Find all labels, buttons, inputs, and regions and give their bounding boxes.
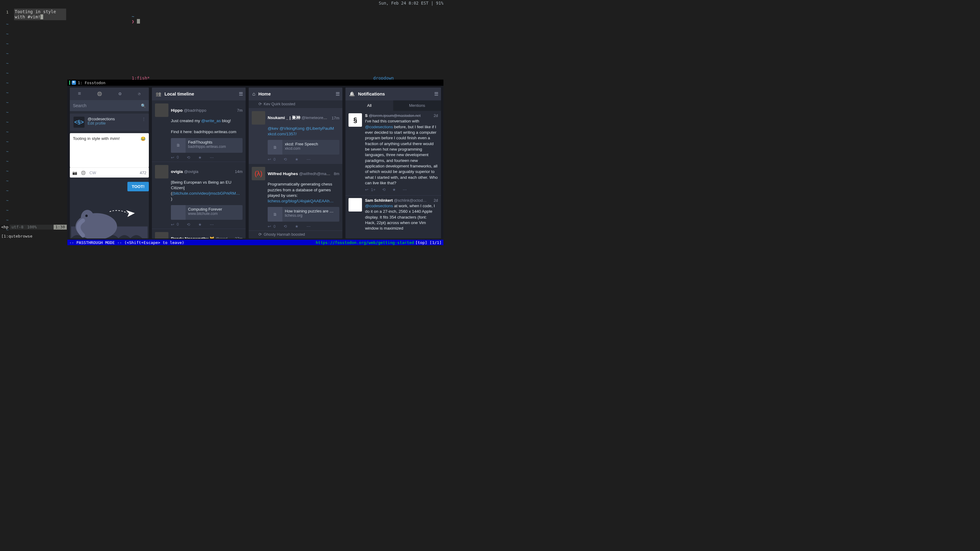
profile-menu-icon[interactable]: ⋮	[142, 117, 146, 121]
reply-count: 0	[274, 157, 275, 162]
search-icon[interactable]: 🔍	[141, 103, 146, 108]
avatar[interactable]	[348, 198, 362, 211]
favorite-icon[interactable]	[198, 155, 202, 160]
vim-buffer-text[interactable]: Tooting in style with #vim!	[14, 9, 66, 20]
vim-tilde-column: ~~~~~~~~~~~~~~~~~~~~~~	[6, 19, 9, 235]
link-card[interactable]: Computing Forever www.bitchute.com	[171, 205, 243, 220]
link-card[interactable]: How training puzzles are … lichess.org	[268, 207, 339, 222]
notification[interactable]: Sam Schlinkert @schlink@octod…2d @codese…	[345, 195, 441, 234]
card-title: FediThoughts	[188, 140, 226, 144]
browser-tab-bar[interactable]: 1: Fosstodon	[67, 79, 444, 86]
toot-content: [Being European vs Being an EU Citizen] …	[155, 178, 243, 203]
toot[interactable]: Nsukami _ | 巣神 @lemeteore@… 17m @kev @Vi…	[249, 108, 342, 164]
search-input[interactable]	[73, 103, 141, 108]
boost-icon[interactable]	[283, 224, 287, 229]
boost-icon[interactable]	[283, 157, 287, 162]
tab-mentions[interactable]: Mentions	[393, 100, 441, 111]
post-age: 17m	[332, 116, 339, 120]
retweet-icon	[258, 232, 262, 237]
search-bar[interactable]: 🔍	[70, 100, 149, 111]
column-settings-icon[interactable]	[434, 91, 438, 97]
column-settings-icon[interactable]	[239, 91, 242, 97]
card-url: www.bitchute.com	[188, 211, 222, 216]
attach-media-icon[interactable]	[72, 170, 77, 175]
federated-icon[interactable]	[97, 92, 102, 96]
boost-icon[interactable]	[187, 155, 190, 160]
handle[interactable]: @lemeteore@…	[301, 115, 329, 120]
more-icon[interactable]	[210, 222, 214, 227]
logout-icon[interactable]	[138, 92, 140, 96]
handle[interactable]: @wilfredh@mast…	[299, 171, 331, 176]
favorite-icon[interactable]	[295, 157, 299, 162]
handle[interactable]: @schlink@octod…	[394, 198, 426, 203]
browser-tab-title[interactable]: 1: Fosstodon	[78, 81, 105, 85]
mastodon-mascot	[70, 197, 149, 238]
cw-toggle[interactable]: CW	[89, 170, 96, 175]
toot[interactable]: ovigia @ovigia 14m [Being European vs Be…	[152, 162, 246, 229]
visibility-icon[interactable]	[81, 170, 86, 175]
tab-all[interactable]: All	[345, 100, 393, 111]
more-icon[interactable]	[307, 157, 310, 162]
reply-icon[interactable]	[171, 222, 174, 227]
avatar[interactable]: §	[348, 113, 362, 127]
display-name[interactable]: Sam Schlinkert	[365, 198, 393, 203]
display-name[interactable]: Randy Noseworthy	[171, 236, 208, 238]
favorite-icon[interactable]	[198, 222, 202, 227]
reply-count: 1+	[371, 187, 375, 192]
avatar[interactable]	[155, 232, 169, 238]
profile-card[interactable]: <§> @codesections Edit profile ⋮	[70, 114, 149, 131]
home-column-header[interactable]: Home	[249, 87, 342, 100]
handle[interactable]: @badrihippo	[184, 108, 207, 113]
display-name[interactable]: ovigia	[171, 169, 183, 174]
boost-icon[interactable]	[382, 187, 385, 192]
edit-profile-link[interactable]: Edit profile	[88, 121, 115, 125]
avatar[interactable]	[155, 165, 169, 178]
reply-icon[interactable]	[268, 224, 271, 229]
avatar[interactable]: (λ)	[252, 167, 265, 180]
post-age: 14m	[235, 169, 243, 174]
handle[interactable]: @lorem.ipsum@mastodon.net	[369, 113, 420, 119]
toot-actions: 0	[155, 154, 243, 160]
system-status: Sun, Feb 24 8:02 EST | 91%	[379, 1, 444, 5]
avatar[interactable]	[155, 103, 169, 117]
group-icon	[156, 91, 161, 97]
vim-status-encoding: utf-8	[10, 225, 25, 230]
favorite-icon[interactable]	[295, 224, 299, 229]
more-icon[interactable]	[210, 155, 214, 160]
boost-icon[interactable]	[187, 222, 190, 227]
toot[interactable]: Randy Noseworthy 🐱 @randyn… 27m @speakst…	[152, 229, 246, 238]
toot-button[interactable]: TOOT!	[127, 182, 149, 191]
shell-prompt[interactable]: ~ ❯	[132, 14, 140, 24]
column-settings-icon[interactable]	[336, 91, 339, 97]
toot[interactable]: (λ) Wilfred Hughes @wilfredh@mast… 8m Pr…	[249, 164, 342, 231]
reply-icon[interactable]	[171, 155, 174, 160]
avatar[interactable]	[252, 111, 265, 125]
local-column-header[interactable]: Local timeline	[152, 87, 246, 100]
handle[interactable]: @randyn…	[216, 236, 232, 238]
reply-icon[interactable]	[268, 157, 271, 162]
notifications-header[interactable]: Notifications	[345, 87, 441, 100]
notifications-title: Notifications	[358, 92, 385, 97]
reply-icon[interactable]	[365, 187, 368, 192]
toot[interactable]: Hippo @badrihippo 7m Just created my @wr…	[152, 100, 246, 162]
link-card[interactable]: xkcd: Free Speech xkcd.com	[268, 140, 339, 155]
link-card[interactable]: FediThoughts badrihippo.writeas.com	[171, 138, 243, 153]
card-url: badrihippo.writeas.com	[188, 144, 226, 149]
display-name[interactable]: S	[365, 113, 368, 119]
more-icon[interactable]	[403, 187, 407, 192]
display-name[interactable]: Wilfred Hughes	[268, 171, 298, 176]
handle[interactable]: @ovigia	[184, 169, 199, 174]
settings-icon[interactable]	[118, 92, 122, 96]
boost-indicator: Ghosty Hannah boosted	[249, 231, 342, 238]
compose-textarea[interactable]: Tooting in style with #vim! 😂	[70, 133, 149, 167]
emoji-picker-icon[interactable]: 😂	[140, 136, 146, 141]
card-title: Computing Forever	[188, 207, 222, 211]
own-avatar[interactable]: <§>	[73, 117, 84, 128]
favorite-icon[interactable]	[392, 187, 396, 192]
display-name[interactable]: Hippo	[171, 108, 183, 113]
display-name[interactable]: Nsukami _ | 巣神	[268, 115, 301, 120]
notification[interactable]: § S @lorem.ipsum@mastodon.net2d I've had…	[345, 111, 441, 195]
toot-content: @kev @VikingKong @LibertyPaulM xkcd.com/…	[252, 125, 339, 138]
more-icon[interactable]	[307, 224, 310, 229]
menu-icon[interactable]	[78, 91, 81, 97]
